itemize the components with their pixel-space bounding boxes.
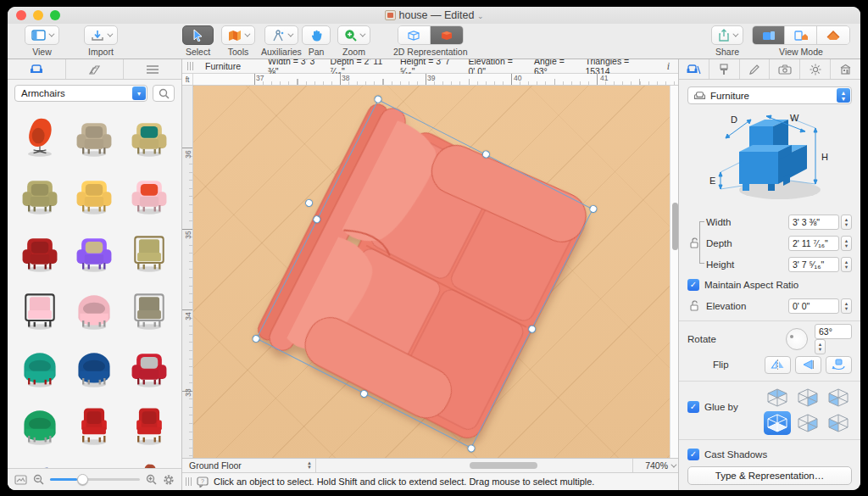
slider-knob[interactable] xyxy=(77,474,88,485)
glue-face-front-right[interactable] xyxy=(794,411,821,435)
select-button[interactable] xyxy=(182,25,214,45)
glue-face-floor[interactable] xyxy=(764,411,791,435)
elevation-input[interactable]: 0' 0" xyxy=(788,298,839,314)
library-item-armchair[interactable] xyxy=(13,456,67,468)
view-mode-2d-segment[interactable] xyxy=(753,26,785,44)
tab-object-properties[interactable] xyxy=(679,59,709,79)
height-stepper[interactable]: ▲▼ xyxy=(841,257,852,272)
object-properties-icon xyxy=(686,64,701,75)
library-item-armchair[interactable] xyxy=(122,110,176,163)
pan-button[interactable] xyxy=(302,25,331,45)
library-item-armchair[interactable] xyxy=(122,341,176,393)
flip-vertical-button[interactable] xyxy=(795,356,821,374)
library-item-armchair[interactable] xyxy=(67,283,121,336)
selected-sofa[interactable] xyxy=(256,99,593,449)
dropdown-arrow-icon: ▾ xyxy=(132,86,146,100)
width-stepper[interactable]: ▲▼ xyxy=(841,215,852,230)
floor-plan-canvas[interactable] xyxy=(193,86,678,458)
thumbnail-zoom-slider[interactable] xyxy=(50,478,140,481)
cast-shadows-checkbox[interactable]: ✓ xyxy=(687,449,699,460)
horizontal-scrollbar-thumb[interactable] xyxy=(470,462,537,469)
thumbnail-size-icon[interactable] xyxy=(14,475,27,485)
library-tabs xyxy=(8,59,181,80)
rep-2d-wireframe-segment[interactable] xyxy=(398,26,431,44)
library-item-armchair[interactable] xyxy=(13,341,67,393)
type-representation-button[interactable]: Type & Representation… xyxy=(687,466,852,485)
glue-by-checkbox[interactable]: ✓ xyxy=(687,401,699,413)
library-item-armchair[interactable] xyxy=(13,398,67,451)
import-button[interactable] xyxy=(84,25,118,45)
dimension-diagram: D W H E xyxy=(687,109,852,209)
search-button[interactable] xyxy=(153,85,175,102)
rotate-dial[interactable] xyxy=(786,328,808,350)
flip-3d-button[interactable] xyxy=(826,356,852,374)
tab-lighting[interactable] xyxy=(800,59,831,79)
glue-face-side-left[interactable] xyxy=(825,386,852,410)
view-mode-split-segment[interactable] xyxy=(785,26,817,44)
library-item-armchair[interactable] xyxy=(67,456,121,468)
library-item-armchair[interactable] xyxy=(122,283,176,336)
status-bar-grip[interactable] xyxy=(186,477,192,486)
library-item-armchair[interactable] xyxy=(13,226,67,278)
library-item-armchair[interactable] xyxy=(67,110,121,163)
object-type-dropdown[interactable]: Furniture ▲▼ xyxy=(687,86,852,104)
library-item-armchair[interactable] xyxy=(122,456,176,468)
gear-icon[interactable] xyxy=(163,474,175,486)
tab-furniture-library[interactable] xyxy=(8,59,66,79)
library-item-armchair[interactable] xyxy=(122,226,176,278)
library-item-armchair[interactable] xyxy=(13,283,67,336)
maintain-aspect-checkbox[interactable]: ✓ xyxy=(687,279,699,291)
tab-building[interactable] xyxy=(831,59,860,79)
library-item-armchair[interactable] xyxy=(122,398,176,451)
floor-selector[interactable]: Ground Floor ▲▼ xyxy=(182,459,316,472)
vertical-scrollbar-thumb[interactable] xyxy=(672,203,678,250)
tab-list-view[interactable] xyxy=(124,59,181,79)
tab-materials-library[interactable] xyxy=(66,59,125,79)
tab-camera[interactable] xyxy=(770,59,800,79)
library-item-armchair[interactable] xyxy=(67,341,121,393)
auxiliaries-button[interactable] xyxy=(264,25,298,45)
flip-3d-icon xyxy=(831,359,847,371)
depth-stepper[interactable]: ▲▼ xyxy=(841,236,852,251)
flip-horizontal-button[interactable] xyxy=(765,356,791,374)
title-chevron-icon[interactable]: ⌄ xyxy=(477,12,484,20)
zoom-level-control[interactable]: 740% xyxy=(632,459,678,472)
library-item-armchair[interactable] xyxy=(13,110,67,163)
tools-button[interactable] xyxy=(221,25,255,45)
zoom-in-icon[interactable] xyxy=(146,474,157,485)
rep-2d-solid-segment[interactable] xyxy=(431,26,463,44)
library-item-armchair[interactable] xyxy=(122,168,176,220)
info-bar-grip[interactable] xyxy=(187,62,193,70)
tab-materials[interactable] xyxy=(709,59,740,79)
height-input[interactable]: 3' 7 ⁵⁄₁₆" xyxy=(788,257,839,272)
view-mode-control: View Mode xyxy=(752,25,850,57)
glue-face-top[interactable] xyxy=(764,386,791,410)
width-input[interactable]: 3' 3 ⅜" xyxy=(788,215,839,230)
info-bar: Furniture Width = 3' 3 ⅜"Depth = 2' 11 ⁷… xyxy=(182,59,678,74)
tab-edit[interactable] xyxy=(740,59,771,79)
chevron-down-icon xyxy=(287,31,293,37)
flip-vertical-icon xyxy=(801,359,815,371)
status-text: Click an object to select. Hold Shift an… xyxy=(214,476,594,487)
category-dropdown[interactable]: Armchairs ▾ xyxy=(14,85,147,102)
zoom-button[interactable] xyxy=(337,25,370,45)
vertical-scrollbar[interactable] xyxy=(670,86,678,458)
view-button[interactable] xyxy=(25,25,59,45)
view-mode-3d-segment[interactable] xyxy=(817,26,849,44)
glue-face-side-right[interactable] xyxy=(794,386,821,410)
info-icon[interactable]: i xyxy=(667,60,673,73)
library-item-armchair[interactable] xyxy=(67,168,121,220)
library-item-armchair[interactable] xyxy=(13,168,67,220)
plan-view: Furniture Width = 3' 3 ⅜"Depth = 2' 11 ⁷… xyxy=(182,59,678,490)
depth-input[interactable]: 2' 11 ⁷⁄₁₆" xyxy=(788,236,839,251)
glue-face-front-left[interactable] xyxy=(825,411,852,435)
library-item-armchair[interactable] xyxy=(67,398,121,451)
zoom-out-icon[interactable] xyxy=(33,474,44,485)
library-item-armchair[interactable] xyxy=(67,226,121,278)
elevation-stepper[interactable]: ▲▼ xyxy=(841,298,852,314)
share-button[interactable] xyxy=(711,25,743,45)
selection-rectangle xyxy=(256,99,593,449)
solid-box-icon xyxy=(439,30,454,42)
vertical-ruler: 36353433 xyxy=(182,86,193,458)
rotate-input[interactable]: 63° xyxy=(815,324,852,339)
